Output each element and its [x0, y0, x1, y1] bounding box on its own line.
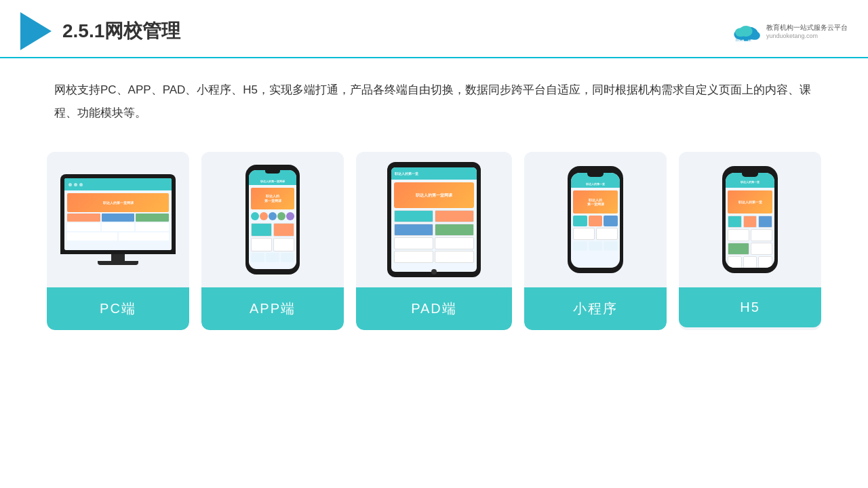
phone-icon [277, 212, 285, 220]
h5-row-3 [728, 243, 772, 255]
phone-course-card [251, 238, 272, 251]
mini-icon-item [604, 216, 618, 226]
screen-card-sm [67, 214, 100, 222]
tablet-grid-item [435, 237, 474, 249]
header-right: 云朵课堂 教育机构一站式服务云平台 yunduoketang.com [730, 20, 848, 42]
monitor-screen-inner: 职达人的第一堂网课 [64, 178, 172, 250]
page-header: 2.5.1网校管理 云朵课堂 教育机构一站式服务云平台 yunduoketang… [0, 0, 868, 58]
tablet-home-button [431, 269, 437, 274]
cards-section: 职达人的第一堂网课 [0, 138, 868, 344]
brand-tagline: 教育机构一站式服务云平台 [766, 23, 848, 33]
phone-course-card [251, 223, 272, 237]
screen-row-2 [67, 223, 169, 231]
tablet-banner: 职达人的第一堂网课 [394, 182, 474, 208]
h5-phone-mockup: 职达人的第一堂 职达人的第一堂 [722, 166, 778, 273]
phone-bottom-row [251, 253, 294, 262]
brand-logo: 云朵课堂 教育机构一站式服务云平台 yunduoketang.com [730, 20, 848, 42]
screen-dot [68, 183, 72, 186]
h5-item [728, 229, 749, 241]
tablet-grid-item [394, 237, 433, 249]
description-text: 网校支持PC、APP、PAD、小程序、H5，实现多端打通，产品各终端自由切换，数… [0, 58, 868, 131]
card-h5-image: 职达人的第一堂 职达人的第一堂 [679, 152, 821, 287]
card-pc-image: 职达人的第一堂网课 [47, 152, 189, 287]
h5-item [728, 243, 749, 255]
logo-triangle-icon [20, 12, 52, 50]
phone-bottom-card [266, 253, 279, 262]
mini-card-row-2 [573, 241, 618, 251]
tablet-grid-item [435, 251, 474, 263]
phone-icon [251, 212, 259, 220]
app-phone-mockup: 职达人的第一堂网课 职达人的第一堂网课 [245, 165, 300, 274]
monitor-stand-top [111, 254, 125, 261]
card-app-label: APP端 [201, 287, 344, 330]
screen-row-1 [67, 214, 169, 222]
monitor-screen-bar [64, 178, 172, 190]
phone-course-card [273, 238, 294, 251]
tablet-banner-text: 职达人的第一堂网课 [416, 192, 452, 199]
mini-screen-body: 职达人的第一堂网课 [571, 188, 620, 253]
card-pad-image: 职达人的第一堂 职达人的第一堂网课 [356, 152, 512, 287]
screen-card-sm [136, 223, 169, 231]
mini-banner: 职达人的第一堂网课 [573, 190, 618, 214]
tablet-body: 职达人的第一堂网课 [391, 180, 477, 266]
card-app: 职达人的第一堂网课 职达人的第一堂网课 [201, 152, 344, 330]
phone-icon [269, 212, 277, 220]
card-h5-label: H5 [679, 287, 821, 327]
mini-banner-text: 职达人的第一堂网课 [587, 198, 604, 206]
screen-card-sm [102, 223, 135, 231]
screen-row-3 [67, 232, 169, 241]
h5-item [743, 216, 757, 228]
mini-card-item [604, 241, 618, 251]
header-left: 2.5.1网校管理 [20, 12, 180, 50]
h5-item [743, 256, 757, 268]
tablet-grid-item [394, 251, 433, 263]
phone-screen-body: 职达人的第一堂网课 [249, 185, 296, 265]
card-pc: 职达人的第一堂网课 [47, 152, 189, 330]
screen-card-sm [136, 214, 169, 222]
h5-header-text: 职达人的第一堂 [741, 180, 760, 186]
phone-banner-content: 职达人的第一堂网课 [263, 194, 283, 203]
tablet-screen: 职达人的第一堂 职达人的第一堂网课 [391, 167, 477, 272]
card-pc-label: PC端 [47, 287, 189, 330]
tablet-grid-item [394, 210, 433, 222]
phone-icon [286, 212, 294, 220]
mini-phone-screen: 职达人的第一堂 职达人的第一堂网课 [571, 173, 620, 268]
h5-item [751, 229, 772, 241]
screen-dot [79, 183, 83, 186]
tablet-header-text: 职达人的第一堂 [395, 171, 418, 176]
mini-icon-row [573, 216, 618, 226]
brand-url: yunduoketang.com [766, 33, 818, 39]
cloud-logo-icon: 云朵课堂 [730, 20, 762, 42]
mini-phone-notch [587, 173, 604, 177]
screen-card-sm [67, 223, 100, 231]
h5-phone-notch [742, 173, 758, 177]
screen-card-sm [119, 232, 169, 241]
mini-card-item [596, 228, 618, 240]
h5-row-2 [728, 229, 772, 241]
phone-course-card [273, 223, 294, 237]
h5-banner-text: 职达人的第一堂 [738, 200, 762, 204]
phone-course-row [251, 223, 294, 237]
tablet-grid [394, 210, 474, 263]
phone-bottom-card [281, 253, 294, 262]
page-title: 2.5.1网校管理 [62, 18, 180, 44]
svg-point-4 [735, 28, 746, 37]
mini-phone-mockup: 职达人的第一堂 职达人的第一堂网课 [568, 166, 623, 273]
phone-notch [265, 170, 280, 174]
h5-item [758, 256, 772, 268]
h5-screen-body: 职达人的第一堂 [726, 188, 774, 268]
monitor-screen: 职达人的第一堂网课 [64, 178, 172, 250]
mini-screen-header-text: 职达人的第一堂 [586, 182, 605, 186]
phone-screen: 职达人的第一堂网课 职达人的第一堂网课 [249, 170, 296, 269]
screen-card-sm [67, 232, 117, 241]
tablet-screen-header: 职达人的第一堂 [391, 167, 477, 180]
phone-bottom-card [251, 253, 264, 262]
screen-dot [74, 183, 77, 186]
card-mini: 职达人的第一堂 职达人的第一堂网课 [524, 152, 667, 330]
mini-card-row [573, 228, 618, 240]
h5-item [751, 243, 772, 255]
screen-card-sm [102, 214, 135, 222]
h5-phone-screen: 职达人的第一堂 职达人的第一堂 [726, 173, 774, 268]
brand-text-block: 教育机构一站式服务云平台 yunduoketang.com [766, 23, 848, 39]
card-app-image: 职达人的第一堂网课 职达人的第一堂网课 [201, 152, 344, 287]
